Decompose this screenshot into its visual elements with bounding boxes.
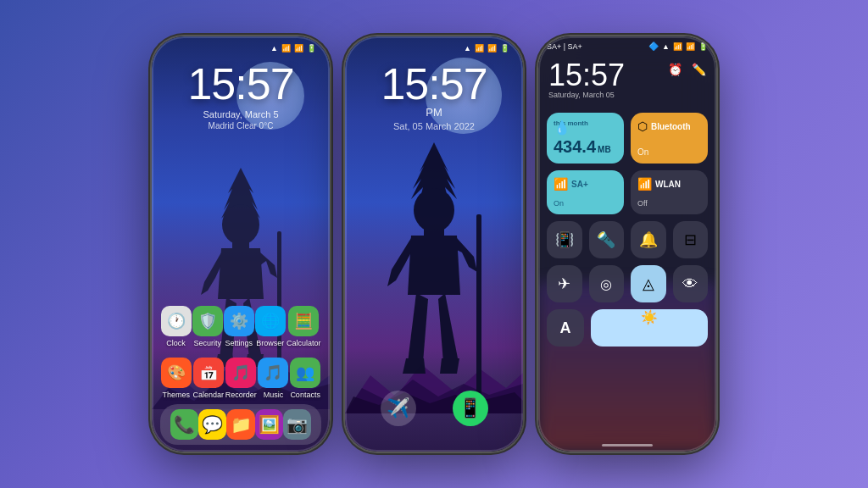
bluetooth-header: ⬡ Bluetooth: [637, 119, 701, 133]
bluetooth-label: Bluetooth: [651, 122, 691, 131]
app-settings[interactable]: ⚙️ Settings: [224, 306, 254, 347]
bluetooth-tile[interactable]: ⬡ Bluetooth On: [631, 113, 708, 164]
cc-date-display: Saturday, March 05: [548, 91, 625, 99]
goku-silhouette-2: [370, 138, 498, 401]
phone-1-screen: ▲ 📶 📶 🔋 15:57 Saturday, March 5 Madrid C…: [152, 36, 330, 452]
app-recorder[interactable]: 🎵 Recorder: [225, 358, 257, 399]
battery-status-3: 🔋: [698, 42, 708, 51]
dock-phone[interactable]: 📞: [170, 409, 198, 440]
date-2: Sat, 05 March 2022: [345, 121, 523, 131]
brightness-icon: ☀️: [641, 309, 658, 325]
torch-tile[interactable]: 🔦: [589, 221, 625, 258]
app-contacts[interactable]: 👥 Contacts: [290, 358, 320, 399]
nfc-tile[interactable]: ◎: [589, 265, 625, 302]
location-1: Madrid Clear 0°C: [152, 121, 330, 130]
app-browser[interactable]: 🌐 Browser: [255, 306, 286, 347]
cc-edit-icon[interactable]: ✏️: [689, 60, 708, 79]
eye-tile[interactable]: 👁: [673, 265, 709, 302]
svg-rect-9: [476, 214, 481, 401]
status-bar-3: SA+ | SA+ 🔷 ▲ 📶 📶 🔋: [547, 42, 708, 51]
app-themes[interactable]: 🎨 Themes: [161, 358, 192, 399]
calculator-icon: 🧮: [288, 306, 319, 336]
signal-status-2: 📶: [686, 42, 695, 51]
screen-tile[interactable]: ⊟: [673, 221, 709, 258]
app-music[interactable]: 🎵 Music: [258, 358, 288, 399]
airplane-tile[interactable]: ✈: [547, 265, 582, 302]
battery-icon-2: 🔋: [500, 44, 509, 53]
app-calculator[interactable]: 🧮 Calculator: [287, 306, 321, 347]
clock-icon: 🕐: [161, 306, 192, 336]
font-tile[interactable]: A: [547, 309, 584, 347]
telegram-icon[interactable]: ✈️: [381, 391, 416, 426]
dock-1: 📞 💬 📁 🖼️ 📷: [160, 404, 321, 445]
cc-row-5: A ☀️: [547, 309, 708, 347]
location-tile[interactable]: ◬: [631, 265, 666, 302]
cc-row-4: ✈ ◎ ◬ 👁: [547, 265, 708, 302]
whatsapp-icon[interactable]: 📱: [453, 391, 488, 426]
data-drop-icon: 💧: [554, 119, 570, 136]
eye-icon: 👁: [682, 275, 698, 293]
security-icon: 🛡️: [192, 306, 223, 336]
security-label: Security: [193, 339, 221, 347]
data-unit: MB: [598, 145, 611, 154]
svg-point-1: [222, 204, 259, 245]
cc-alarm-icon[interactable]: ⏰: [665, 60, 684, 79]
cc-row-3: 📳 🔦 🔔 ⊟: [547, 221, 708, 258]
signal-status: On: [554, 199, 617, 208]
signal-bars-icon: 📶: [554, 177, 568, 191]
signal-label: SA+: [571, 180, 588, 189]
bell-icon: 🔔: [639, 230, 658, 249]
signal-icon-2: 📶: [294, 44, 303, 53]
screen-record-icon: ⊟: [684, 230, 697, 249]
contacts-label: Contacts: [290, 391, 320, 399]
cc-row-1: this month 434.4 MB 💧 ⬡ Bluetooth On: [547, 113, 708, 164]
phone-2-screen: ▲ 📶 📶 🔋 15:57 PM Sat, 05 March 2022 ✈️ 📱: [345, 36, 523, 452]
date-1: Saturday, March 5: [152, 109, 330, 119]
phone-3: SA+ | SA+ 🔷 ▲ 📶 📶 🔋 15:57 Saturday, Marc…: [538, 36, 716, 452]
phone-3-screen: SA+ | SA+ 🔷 ▲ 📶 📶 🔋 15:57 Saturday, Marc…: [538, 36, 716, 452]
wifi-tile-icon: 📶: [637, 177, 652, 191]
vibrate-icon: 📳: [555, 230, 574, 249]
vibrate-tile[interactable]: 📳: [547, 221, 582, 258]
brightness-tile[interactable]: ☀️: [591, 309, 708, 347]
recorder-label: Recorder: [225, 391, 257, 399]
calendar-icon: 📅: [193, 358, 224, 388]
time-display-1: 15:57 Saturday, March 5 Madrid Clear 0°C: [152, 62, 330, 130]
carrier-3: SA+ | SA+: [547, 42, 582, 51]
data-tile[interactable]: this month 434.4 MB 💧: [547, 113, 624, 164]
bell-tile[interactable]: 🔔: [631, 221, 666, 258]
airplane-icon: ✈: [558, 274, 570, 293]
wlan-tile[interactable]: 📶 WLAN Off: [631, 170, 708, 214]
status-icons-3: 🔷 ▲ 📶 📶 🔋: [648, 42, 708, 51]
settings-label: Settings: [225, 339, 253, 347]
app-security[interactable]: 🛡️ Security: [192, 306, 223, 347]
dock-chat[interactable]: 💬: [198, 409, 226, 440]
battery-icon-1: 🔋: [307, 44, 316, 53]
dock-files[interactable]: 📁: [226, 409, 254, 440]
ampm-2: PM: [345, 106, 523, 119]
app-row-2: 🎨 Themes 📅 Calendar 🎵 Recorder 🎵 Music 👥: [160, 358, 321, 399]
status-bar-1: ▲ 📶 📶 🔋: [152, 36, 330, 60]
signal-status-1: 📶: [673, 42, 682, 51]
torch-icon: 🔦: [597, 230, 615, 249]
themes-icon: 🎨: [161, 358, 192, 388]
settings-icon: ⚙️: [224, 306, 254, 336]
signal-tile[interactable]: 📶 SA+ On: [547, 170, 624, 214]
status-right-1: ▲ 📶 📶 🔋: [270, 44, 316, 53]
music-icon: 🎵: [258, 358, 288, 388]
wifi-status-icon: ▲: [662, 42, 670, 51]
app-clock[interactable]: 🕐 Clock: [161, 306, 192, 347]
data-value: 434.4: [554, 137, 596, 157]
font-icon: A: [560, 319, 571, 337]
bluetooth-icon: ⬡: [637, 119, 648, 133]
signal-icon-3: 📶: [475, 44, 484, 53]
clock-label: Clock: [166, 339, 186, 347]
wlan-label: WLAN: [655, 180, 681, 189]
dock-gallery[interactable]: 🖼️: [255, 409, 283, 440]
app-calendar[interactable]: 📅 Calendar: [193, 358, 225, 399]
dock-camera[interactable]: 📷: [283, 409, 311, 440]
svg-point-7: [414, 188, 454, 232]
nfc-icon: ◎: [600, 276, 612, 292]
signal-icon-4: 📶: [487, 44, 497, 53]
cc-time: 15:57 Saturday, March 05: [548, 60, 625, 99]
